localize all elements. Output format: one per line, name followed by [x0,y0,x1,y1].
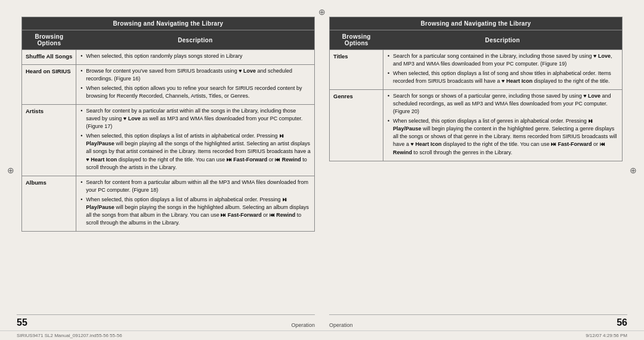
table-row-option: Shuffle All Songs [22,50,76,65]
list-item: When selected, this option allows you to… [80,85,311,100]
list-item: When selected, this option displays a li… [387,70,618,85]
list-item: Search for content by a particular artis… [80,107,311,130]
right-page: Browsing and Navigating the Library Brow… [329,17,623,311]
list-item: When selected, this option displays a li… [387,117,618,156]
left-browse-table: Browsing and Navigating the Library Brow… [21,17,315,232]
table-row-desc: Search for content from a particular alb… [76,176,315,231]
bottom-bar: SIRIUS9471 SL2 Manual_091207.ind55-56 55… [0,330,644,340]
right-col-desc: Description [383,30,623,50]
table-row-option: Heard on SIRIUS [22,65,76,105]
table-row-option: Artists [22,105,76,176]
bottom-bar-left: SIRIUS9471 SL2 Manual_091207.ind55-56 55… [17,333,122,338]
table-row-option: Titles [330,50,383,90]
table-row-option: Genres [330,90,383,161]
bottom-bar-right: 9/12/07 4:29:56 PM [586,333,627,338]
list-item: Search for a particular song contained i… [387,52,618,68]
table-row-option: Albums [22,176,76,231]
footer: 55 Operation Operation 56 [0,311,644,330]
footer-right: Operation 56 [329,314,627,328]
left-table-title: Browsing and Navigating the Library [22,17,315,30]
table-row-desc: Search for a particular song contained i… [383,50,623,90]
table-row-desc: Browse for content you've saved from SIR… [76,65,315,105]
table-row-desc: When selected, this option randomly play… [76,50,315,65]
right-footer-text: Operation [329,322,353,328]
table-row-desc: Search for songs or shows of a particula… [383,90,623,161]
left-page-number: 55 [17,317,27,328]
left-col-options: Browsing Options [22,30,76,50]
right-browse-table: Browsing and Navigating the Library Brow… [329,17,623,161]
list-item: Search for content from a particular alb… [80,179,311,194]
list-item: When selected, this option randomly play… [80,52,311,60]
list-item: When selected, this option displays a li… [80,196,311,227]
right-col-options: Browsing Options [330,30,383,50]
list-item: Search for songs or shows of a particula… [387,92,618,116]
list-item: Browse for content you've saved from SIR… [80,67,311,83]
footer-left: 55 Operation [17,314,315,328]
table-row-desc: Search for content by a particular artis… [76,105,315,176]
left-page: Browsing and Navigating the Library Brow… [21,17,315,311]
left-footer-text: Operation [291,322,315,328]
right-table-title: Browsing and Navigating the Library [330,17,623,30]
right-page-number: 56 [617,317,627,328]
left-col-desc: Description [76,30,315,50]
list-item: When selected, this option displays a li… [80,132,311,171]
